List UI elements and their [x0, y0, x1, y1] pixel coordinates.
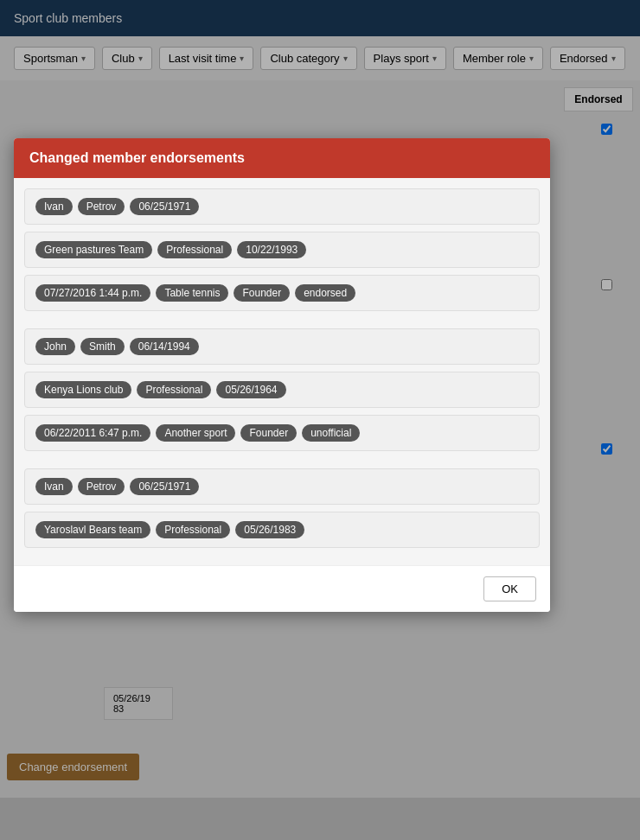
role-tag-3: Professional [156, 521, 230, 538]
date-tag: 10/22/1993 [237, 241, 306, 258]
datetime-tag-2: 06/22/2011 6:47 p.m. [35, 424, 150, 442]
role-tag: Professional [157, 241, 232, 258]
modal-scroll-area[interactable]: Ivan Petrov 06/25/1971 Green pastures Te… [14, 178, 550, 565]
member-card-1: Ivan Petrov 06/25/1971 [24, 188, 540, 225]
date-tag-3: 05/26/1983 [235, 521, 304, 538]
datetime-tag: 07/27/2016 1:44 p.m. [35, 284, 150, 302]
member-activity-row-2: 06/22/2011 6:47 p.m. Another sport Found… [35, 424, 528, 442]
dob-tag-3: 06/25/1971 [130, 478, 199, 495]
modal-header: Changed member endorsements [14, 138, 550, 178]
member-name-row-3: Ivan Petrov 06/25/1971 [35, 478, 528, 495]
first-name-tag-2: John [35, 338, 75, 355]
last-name-tag: Petrov [78, 198, 125, 215]
sport-tag-2: Another sport [156, 424, 235, 442]
member-club-row-3: Yaroslavl Bears team Professional 05/26/… [35, 521, 528, 538]
position-tag: Founder [234, 284, 290, 302]
member-card-3: Ivan Petrov 06/25/1971 [24, 468, 540, 505]
modal-footer: OK [14, 565, 550, 612]
club-name-tag: Green pastures Team [35, 241, 152, 258]
last-name-tag-2: Smith [80, 338, 125, 355]
first-name-tag: Ivan [35, 198, 73, 215]
club-name-tag-3: Yaroslavl Bears team [35, 521, 150, 538]
member-name-row-2: John Smith 06/14/1994 [35, 338, 528, 355]
dob-tag-2: 06/14/1994 [130, 338, 199, 355]
member-card-2b: Kenya Lions club Professional 05/26/1964 [24, 372, 540, 408]
position-tag-2: Founder [240, 424, 297, 442]
member-club-row-2: Kenya Lions club Professional 05/26/1964 [35, 381, 528, 398]
member-activity-row-1: 07/27/2016 1:44 p.m. Table tennis Founde… [35, 284, 528, 302]
club-name-tag-2: Kenya Lions club [35, 381, 131, 398]
last-name-tag-3: Petrov [78, 478, 125, 495]
member-card-3b: Yaroslavl Bears team Professional 05/26/… [24, 512, 540, 548]
member-club-row-1: Green pastures Team Professional 10/22/1… [35, 241, 528, 258]
ok-button[interactable]: OK [483, 576, 536, 601]
role-tag-2: Professional [137, 381, 211, 398]
first-name-tag-3: Ivan [35, 478, 73, 495]
member-card-2c: 06/22/2011 6:47 p.m. Another sport Found… [24, 415, 540, 451]
changed-member-endorsements-modal: Changed member endorsements Ivan Petrov … [14, 138, 550, 612]
member-card-1b: Green pastures Team Professional 10/22/1… [24, 232, 540, 268]
member-card-2: John Smith 06/14/1994 [24, 328, 540, 365]
dob-tag: 06/25/1971 [130, 198, 199, 215]
member-card-1c: 07/27/2016 1:44 p.m. Table tennis Founde… [24, 275, 540, 311]
modal-title: Changed member endorsements [29, 150, 245, 165]
member-name-row-1: Ivan Petrov 06/25/1971 [35, 198, 528, 215]
date-tag-2: 05/26/1964 [216, 381, 285, 398]
sport-tag: Table tennis [156, 284, 228, 302]
unofficial-tag: unofficial [302, 424, 360, 442]
endorsed-tag: endorsed [295, 284, 355, 302]
